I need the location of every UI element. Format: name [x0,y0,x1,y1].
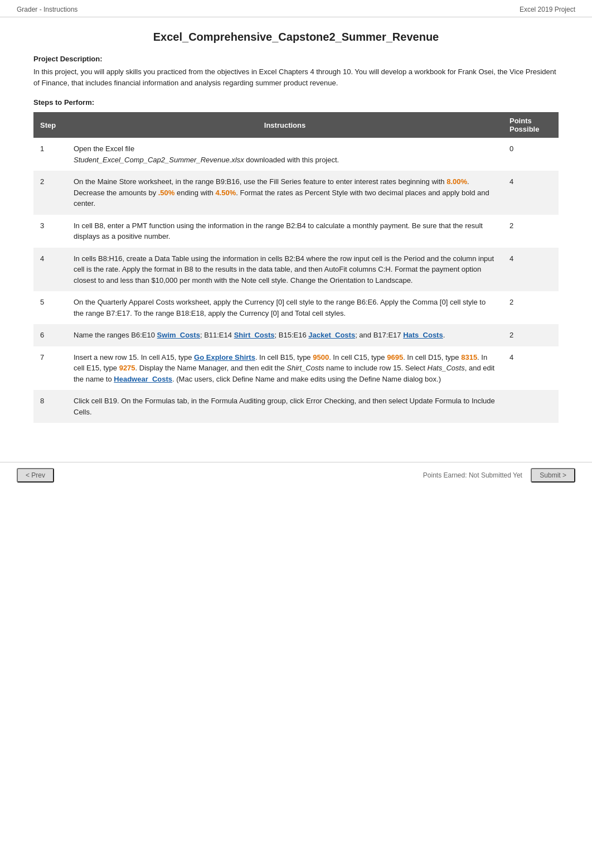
step-number: 3 [33,215,67,248]
col-header-instructions: Instructions [67,112,503,138]
step-number: 4 [33,248,67,292]
step-points: 4 [503,248,559,292]
footer-right-area: Points Earned: Not Submitted Yet Submit … [423,468,575,483]
step-number: 1 [33,138,67,171]
step-instruction: Name the ranges B6:E10 Swim_Costs; B11:E… [67,324,503,346]
table-row: 5 On the Quarterly Apparel Costs workshe… [33,291,559,324]
shirt-costs-italic: Shirt_Costs [287,364,324,372]
val-9500: 9500 [313,353,329,361]
table-row: 3 In cell B8, enter a PMT function using… [33,215,559,248]
header-left: Grader - Instructions [17,6,77,13]
page-title: Excel_Comprehensive_Capstone2_Summer_Rev… [33,31,559,44]
header-right: Excel 2019 Project [520,6,575,13]
header-bar: Grader - Instructions Excel 2019 Project [0,0,592,17]
col-header-points: Points Possible [503,112,559,138]
hats-costs-italic: Hats_Costs [428,364,465,372]
step-points [503,390,559,423]
table-row: 8 Click cell B19. On the Formulas tab, i… [33,390,559,423]
step-points: 2 [503,324,559,346]
step-points: 4 [503,171,559,215]
highlight-450: 4.50% [215,189,236,197]
step-number: 5 [33,291,67,324]
step-number: 2 [33,171,67,215]
val-9695: 9695 [387,353,403,361]
step-number: 7 [33,346,67,390]
footer-bar: < Prev Points Earned: Not Submitted Yet … [0,462,592,488]
table-row: 7 Insert a new row 15. In cell A15, type… [33,346,559,390]
highlight-50: .50% [158,189,175,197]
step-points: 0 [503,138,559,171]
step-points: 2 [503,215,559,248]
step-instruction: Click cell B19. On the Formulas tab, in … [67,390,503,423]
submit-button[interactable]: Submit > [531,468,575,483]
project-description-text: In this project, you will apply skills y… [33,66,559,88]
val-8315: 8315 [461,353,477,361]
hats-costs-link: Hats_Costs [403,331,443,339]
swim-costs-link: Swim_Costs [157,331,200,339]
steps-table: Step Instructions Points Possible 1 Open… [33,112,559,423]
step-instruction: Open the Excel file Student_Excel_Comp_C… [67,138,503,171]
prev-button[interactable]: < Prev [17,468,54,483]
step-points: 2 [503,291,559,324]
col-header-step: Step [33,112,67,138]
table-row: 4 In cells B8:H16, create a Data Table u… [33,248,559,292]
step-instruction: On the Maine Store worksheet, in the ran… [67,171,503,215]
jacket-costs-link: Jacket_Costs [308,331,355,339]
main-content: Excel_Comprehensive_Capstone2_Summer_Rev… [0,17,592,445]
highlight-800: 8.00% [447,177,467,186]
val-9275: 9275 [119,364,135,372]
table-row: 1 Open the Excel file Student_Excel_Comp… [33,138,559,171]
filename-italic: Student_Excel_Comp_Cap2_Summer_Revenue.x… [74,156,244,164]
step-points: 4 [503,346,559,390]
step-instruction: On the Quarterly Apparel Costs worksheet… [67,291,503,324]
step-number: 8 [33,390,67,423]
headwear-costs-link: Headwear_Costs [114,375,172,383]
steps-label: Steps to Perform: [33,98,559,107]
table-row: 2 On the Maine Store worksheet, in the r… [33,171,559,215]
shirt-costs-link: Shirt_Costs [234,331,275,339]
table-row: 6 Name the ranges B6:E10 Swim_Costs; B11… [33,324,559,346]
table-header-row: Step Instructions Points Possible [33,112,559,138]
points-earned-text: Points Earned: Not Submitted Yet [423,471,522,479]
step-instruction: In cell B8, enter a PMT function using t… [67,215,503,248]
step-instruction: In cells B8:H16, create a Data Table usi… [67,248,503,292]
go-explore-shirts-link: Go Explore Shirts [194,353,255,361]
step-number: 6 [33,324,67,346]
step-instruction: Insert a new row 15. In cell A15, type G… [67,346,503,390]
project-description-label: Project Description: [33,55,559,63]
